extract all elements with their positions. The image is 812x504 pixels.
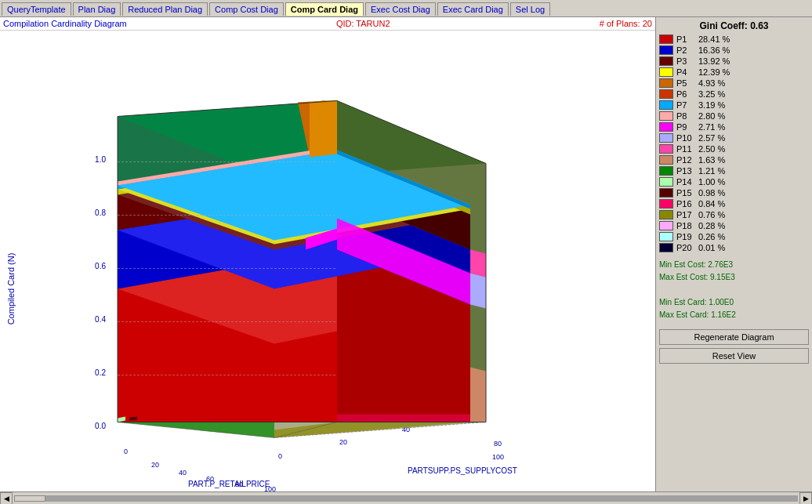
right-panel: Gini Coeff: 0.63 P128.41 %P216.36 %P313.…	[655, 17, 812, 504]
tab-reduced-plan-diag[interactable]: Reduced Plan Diag	[122, 2, 208, 16]
legend-color-p13	[659, 166, 673, 176]
reset-view-button[interactable]: Reset View	[659, 348, 809, 364]
legend-item-p9: P92.71 %	[659, 122, 809, 132]
legend-item-p17: P170.76 %	[659, 210, 809, 219]
legend-label-p6: P6	[676, 89, 698, 99]
chart-svg: Compiled Card (N) 0.0 0.2 0.4 0.6 0.8 1.…	[0, 31, 655, 500]
legend-label-p11: P11	[676, 144, 698, 154]
svg-marker-48	[470, 250, 486, 277]
legend-value-p19: 0.26 %	[698, 232, 725, 241]
tab-bar: QueryTemplate Plan Diag Reduced Plan Dia…	[0, 0, 812, 17]
legend-value-p20: 0.01 %	[698, 243, 725, 252]
legend-item-p3: P313.92 %	[659, 56, 809, 66]
min-est-cost: Min Est Cost: 2.76E3	[659, 259, 809, 271]
max-est-cost: Max Est Cost: 9.15E3	[659, 271, 809, 284]
svg-text:20: 20	[339, 438, 347, 446]
svg-marker-47	[470, 274, 486, 309]
legend-label-p12: P12	[676, 155, 698, 165]
scroll-track[interactable]	[14, 495, 798, 502]
scroll-thumb[interactable]	[14, 495, 45, 502]
svg-text:Compiled Card (N): Compiled Card (N)	[6, 253, 16, 325]
legend-color-p7	[659, 100, 673, 110]
legend-value-p3: 13.92 %	[698, 56, 730, 66]
tab-exec-cost-diag[interactable]: Exec Cost Diag	[365, 2, 436, 16]
legend-label-p2: P2	[676, 45, 698, 55]
tab-comp-card-diag[interactable]: Comp Card Diag	[285, 2, 364, 16]
legend-item-p12: P121.63 %	[659, 155, 809, 165]
legend-label-p10: P10	[676, 133, 698, 143]
regenerate-diagram-button[interactable]: Regenerate Diagram	[659, 329, 809, 345]
tab-querytemplate[interactable]: QueryTemplate	[2, 2, 71, 16]
svg-text:0.4: 0.4	[95, 315, 106, 324]
legend-value-p12: 1.63 %	[698, 155, 725, 165]
tab-plan-diag[interactable]: Plan Diag	[73, 2, 121, 16]
tab-sel-log[interactable]: Sel Log	[510, 2, 550, 16]
chart-area[interactable]: Compiled Card (N) 0.0 0.2 0.4 0.6 0.8 1.…	[0, 31, 655, 500]
legend-label-p16: P16	[676, 199, 698, 208]
legend-value-p11: 2.50 %	[698, 144, 725, 154]
legend-color-p9	[659, 122, 673, 132]
main-content: Compilation Cardinality Diagram QID: TAR…	[0, 17, 812, 504]
legend-color-p1	[659, 34, 673, 44]
legend-label-p5: P5	[676, 78, 698, 88]
legend-item-p4: P412.39 %	[659, 67, 809, 77]
bottom-scrollbar[interactable]: ◀ ▶	[0, 491, 812, 504]
legend-label-p15: P15	[676, 188, 698, 198]
svg-text:1.0: 1.0	[95, 155, 106, 164]
gini-coeff: Gini Coeff: 0.63	[659, 20, 809, 31]
legend-value-p4: 12.39 %	[698, 67, 730, 77]
legend-item-p16: P160.84 %	[659, 199, 809, 208]
legend-color-p12	[659, 155, 673, 165]
svg-text:0: 0	[278, 452, 282, 460]
legend-label-p9: P9	[676, 122, 698, 132]
legend-item-p10: P102.57 %	[659, 133, 809, 143]
svg-text:0.6: 0.6	[95, 262, 106, 270]
legend-color-p6	[659, 89, 673, 99]
svg-text:0.8: 0.8	[95, 208, 106, 217]
scroll-left-arrow[interactable]: ◀	[0, 492, 13, 505]
legend-item-p20: P200.01 %	[659, 243, 809, 252]
legend-label-p19: P19	[676, 232, 698, 241]
legend-label-p18: P18	[676, 221, 698, 230]
legend-value-p18: 0.28 %	[698, 221, 725, 230]
svg-text:0: 0	[124, 448, 128, 455]
legend-label-p20: P20	[676, 243, 698, 252]
legend-label-p17: P17	[676, 210, 698, 219]
legend-color-p20	[659, 243, 673, 252]
tab-comp-cost-diag[interactable]: Comp Cost Diag	[209, 2, 284, 16]
legend-color-p4	[659, 67, 673, 77]
legend-value-p10: 2.57 %	[698, 133, 725, 143]
legend-color-p16	[659, 199, 673, 208]
scroll-right-arrow[interactable]: ▶	[799, 492, 812, 505]
legend-list: P128.41 %P216.36 %P313.92 %P412.39 %P54.…	[659, 34, 809, 254]
legend-color-p17	[659, 210, 673, 219]
legend-item-p13: P131.21 %	[659, 166, 809, 176]
svg-text:80: 80	[494, 440, 502, 448]
legend-label-p4: P4	[676, 67, 698, 77]
max-est-card: Max Est Card: 1.16E2	[659, 309, 809, 321]
legend-value-p5: 4.93 %	[698, 78, 725, 88]
stats-section: Min Est Cost: 2.76E3 Max Est Cost: 9.15E…	[659, 259, 809, 321]
svg-marker-49	[470, 368, 486, 422]
buttons-section: Regenerate Diagram Reset View	[659, 329, 809, 364]
legend-value-p17: 0.76 %	[698, 210, 725, 219]
legend-color-p2	[659, 45, 673, 55]
legend-color-p15	[659, 188, 673, 198]
svg-text:0.0: 0.0	[95, 422, 106, 430]
svg-text:80: 80	[235, 480, 243, 488]
svg-text:PART.P_RETAILPRICE: PART.P_RETAILPRICE	[188, 480, 270, 488]
svg-marker-55	[310, 101, 337, 158]
legend-color-p19	[659, 232, 673, 241]
legend-label-p3: P3	[676, 56, 698, 66]
plans-info: # of Plans: 20	[600, 19, 652, 28]
legend-value-p16: 0.84 %	[698, 199, 725, 208]
svg-text:60: 60	[206, 475, 214, 483]
legend-color-p11	[659, 144, 673, 154]
tab-exec-card-diag[interactable]: Exec Card Diag	[437, 2, 509, 16]
legend-item-p5: P54.93 %	[659, 78, 809, 88]
legend-value-p1: 28.41 %	[698, 34, 730, 44]
legend-item-p2: P216.36 %	[659, 45, 809, 55]
legend-value-p8: 2.80 %	[698, 111, 725, 121]
legend-value-p13: 1.21 %	[698, 166, 725, 176]
legend-label-p1: P1	[676, 34, 698, 44]
